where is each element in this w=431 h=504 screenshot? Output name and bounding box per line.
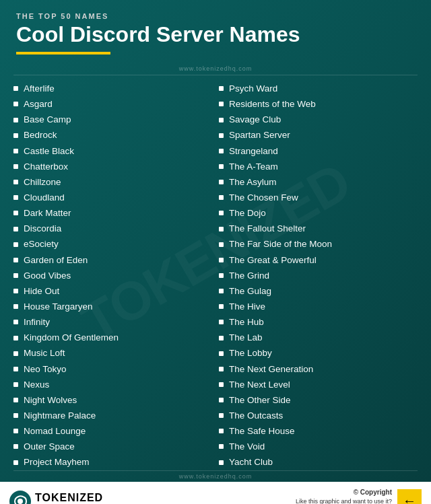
list-item: Kingdom Of Gentlemen — [13, 330, 205, 345]
list-item-text: Psych Ward — [229, 83, 277, 95]
list-item-text: Residents of the Web — [229, 98, 316, 110]
website-tag-top: www.tokenizedhq.com — [0, 65, 431, 72]
list-item: Afterlife — [13, 81, 205, 96]
bullet-icon — [219, 460, 224, 465]
bullet-icon — [13, 102, 18, 106]
list-item: Hide Out — [13, 283, 205, 299]
list-item: House Targaryen — [13, 299, 205, 314]
footer: TOKENIZED www.tokenizedhq.com © Copyrigh… — [0, 482, 431, 504]
bullet-icon — [13, 227, 18, 231]
bullet-icon — [13, 118, 18, 122]
bullet-icon — [219, 242, 224, 247]
list-item-text: Yacht Club — [229, 456, 273, 468]
list-item: Base Camp — [13, 112, 205, 127]
list-item-text: Chatterbox — [24, 161, 68, 173]
bullet-icon — [13, 86, 18, 91]
top-label: THE TOP 50 NAMES — [16, 12, 415, 20]
list-item: Project Mayhem — [13, 455, 205, 470]
bullet-icon — [219, 382, 224, 387]
bullet-icon — [219, 336, 224, 340]
list-item-text: Hide Out — [24, 285, 59, 297]
list-item-text: House Targaryen — [24, 301, 93, 313]
list-item-text: Savage Club — [229, 114, 281, 126]
bullet-icon — [219, 273, 224, 278]
list-item-text: Discordia — [24, 223, 61, 235]
bullet-icon — [13, 351, 18, 356]
list-item: Residents of the Web — [219, 96, 411, 112]
bullet-icon — [13, 304, 18, 309]
list-item-text: Infinity — [24, 316, 50, 328]
list-item: The Lab — [219, 330, 411, 345]
bullet-icon — [13, 180, 18, 184]
bullet-icon — [219, 413, 224, 418]
list-item: The Void — [219, 439, 411, 454]
list-item: The Outcasts — [219, 408, 411, 423]
list-item-text: The Hub — [229, 316, 264, 328]
list-item-text: The Outcasts — [229, 410, 283, 422]
list-item-text: Asgard — [24, 98, 53, 110]
copyright-text: © Copyright Like this graphic and want t… — [296, 487, 392, 504]
list-item-text: The Next Generation — [229, 363, 313, 375]
logo-name: TOKENIZED — [35, 493, 103, 503]
list-item: Nexus — [13, 377, 205, 392]
divider-top — [13, 75, 418, 75]
bullet-icon — [219, 195, 224, 200]
list-item: The Far Side of the Moon — [219, 237, 411, 252]
website-tag-bottom: www.tokenizedhq.com — [0, 471, 431, 482]
bullet-icon — [13, 289, 18, 293]
list-item-text: The A-Team — [229, 161, 278, 173]
list-item-text: Night Wolves — [24, 394, 77, 406]
list-item-text: eSociety — [24, 238, 59, 250]
list-item: Neo Tokyo — [13, 361, 205, 377]
list-item-text: Bedrock — [24, 129, 57, 141]
list-item: Chillzone — [13, 174, 205, 190]
list-item: The Great & Powerful — [219, 252, 411, 268]
bullet-icon — [219, 258, 224, 262]
bullet-icon — [13, 444, 18, 449]
list-item-text: The Gulag — [229, 285, 271, 297]
logo-icon — [9, 491, 31, 504]
list-item: Dark Matter — [13, 205, 205, 221]
list-item: eSociety — [13, 237, 205, 252]
list-item: The Next Generation — [219, 361, 411, 377]
list-item: Infinity — [13, 314, 205, 330]
list-item-text: Chillzone — [24, 176, 61, 188]
list-item-text: Outer Space — [24, 441, 75, 453]
list-item: Discordia — [13, 221, 205, 236]
list-item-text: Base Camp — [24, 114, 71, 126]
logo-text-area: TOKENIZED www.tokenizedhq.com — [35, 493, 103, 504]
bullet-icon — [13, 398, 18, 402]
bullet-icon — [13, 367, 18, 371]
bullet-icon — [219, 227, 224, 231]
list-item-text: Garden of Eden — [24, 254, 88, 266]
list-item-text: The Chosen Few — [229, 192, 298, 204]
list-item-text: Castle Black — [24, 145, 74, 157]
list-item-text: Nexus — [24, 379, 49, 391]
bullet-icon — [219, 398, 224, 402]
bullet-icon — [219, 289, 224, 293]
list-item-text: The Lobby — [229, 347, 272, 359]
list-item-text: Good Vibes — [24, 270, 71, 282]
bullet-icon — [219, 86, 224, 91]
list-item: Music Loft — [13, 346, 205, 361]
list-item: Yacht Club — [219, 455, 411, 470]
list-item: Garden of Eden — [13, 252, 205, 268]
main-title: Cool Discord Server Names — [16, 23, 415, 46]
arrow-box[interactable]: ← — [397, 489, 422, 504]
bullet-icon — [13, 211, 18, 215]
bullet-icon — [219, 367, 224, 371]
bullet-icon — [13, 242, 18, 247]
list-item: Bedrock — [13, 128, 205, 143]
list-item-text: The Hive — [229, 301, 265, 313]
bullet-icon — [13, 149, 18, 153]
logo-area: TOKENIZED www.tokenizedhq.com — [9, 491, 103, 504]
list-item: The Chosen Few — [219, 190, 411, 205]
list-item: The Fallout Shelter — [219, 221, 411, 236]
list-item: Psych Ward — [219, 81, 411, 96]
list-item: Night Wolves — [13, 392, 205, 408]
bullet-icon — [13, 429, 18, 433]
footer-middle: © Copyright Like this graphic and want t… — [110, 487, 422, 504]
list-item: Outer Space — [13, 439, 205, 454]
list-item-text: The Void — [229, 441, 265, 453]
list-item-text: Project Mayhem — [24, 456, 90, 468]
